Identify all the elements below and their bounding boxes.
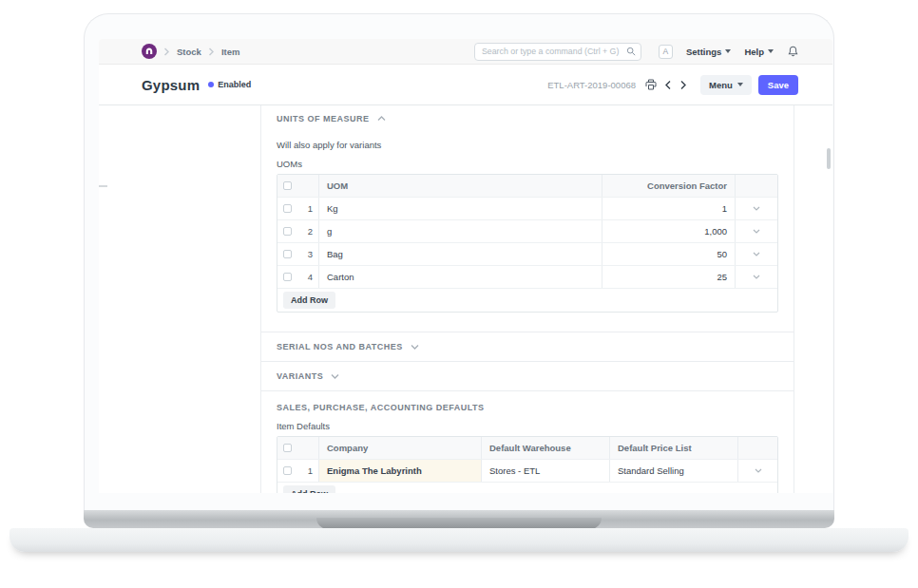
uoms-table-label: UOMs [277, 159, 794, 169]
laptop-base [10, 528, 908, 552]
status-label: Enabled [218, 80, 251, 89]
page-header: Gypsum Enabled ETL-ART-2019-00068 Menu [99, 65, 832, 105]
row-expand-toggle[interactable] [736, 266, 777, 288]
table-row: 3 Bag 50 [277, 243, 777, 266]
print-icon[interactable] [645, 79, 657, 90]
column-header-default-warehouse: Default Warehouse [482, 437, 610, 459]
chevron-down-icon [753, 252, 760, 256]
section-title: SERIAL NOS AND BATCHES [277, 342, 403, 351]
settings-label: Settings [686, 47, 721, 57]
sidebar-item-fragment [99, 185, 107, 187]
form-content: UNITS OF MEASURE Will also apply for var… [99, 105, 832, 493]
laptop-lid: Stock Item A Settings He [84, 13, 834, 510]
uom-grid: UOM Conversion Factor 1 Kg 1 [277, 174, 778, 313]
section-heading-serial-nos[interactable]: SERIAL NOS AND BATCHES [277, 342, 794, 351]
section-heading-variants[interactable]: VARIANTS [277, 371, 794, 381]
default-warehouse-cell[interactable]: Stores - ETL [482, 460, 610, 482]
item-defaults-grid-header: Company Default Warehouse Default Price … [277, 437, 777, 460]
chevron-down-icon [753, 206, 760, 211]
row-index: 3 [308, 249, 313, 259]
chevron-right-icon [208, 47, 215, 56]
row-checkbox[interactable] [283, 250, 292, 258]
row-index: 4 [308, 272, 313, 282]
settings-menu[interactable]: Settings [686, 47, 731, 57]
item-defaults-table-label: Item Defaults [277, 421, 794, 431]
chevron-down-icon [753, 229, 760, 234]
previous-document-icon[interactable] [664, 80, 672, 90]
section-heading-units-of-measure[interactable]: UNITS OF MEASURE [277, 114, 794, 123]
status-badge: Enabled [208, 80, 251, 89]
column-header-company: Company [319, 437, 482, 459]
table-row: 4 Carton 25 [277, 266, 777, 289]
search-icon [626, 47, 636, 58]
section-sales-purchase-accounting-defaults: SALES, PURCHASE, ACCOUNTING DEFAULTS Ite… [261, 391, 794, 493]
uom-cell[interactable]: Bag [319, 243, 602, 265]
avatar[interactable]: A [659, 45, 673, 59]
row-expand-toggle[interactable] [736, 198, 777, 219]
chevron-down-icon [331, 373, 339, 379]
next-document-icon[interactable] [679, 80, 687, 90]
save-button[interactable]: Save [758, 75, 798, 95]
page-title: Gypsum [142, 77, 200, 93]
select-all-checkbox[interactable] [283, 444, 292, 452]
conversion-factor-cell[interactable]: 25 [602, 266, 736, 288]
row-checkbox[interactable] [283, 227, 292, 236]
section-heading-defaults[interactable]: SALES, PURCHASE, ACCOUNTING DEFAULTS [277, 403, 794, 412]
column-header-conversion-factor: Conversion Factor [602, 175, 736, 197]
conversion-factor-cell[interactable]: 50 [602, 243, 736, 265]
notifications-bell-icon[interactable] [788, 46, 798, 57]
breadcrumb-stock[interactable]: Stock [177, 47, 201, 57]
section-title: UNITS OF MEASURE [277, 114, 370, 123]
section-units-of-measure: UNITS OF MEASURE Will also apply for var… [261, 105, 794, 313]
help-menu[interactable]: Help [744, 47, 774, 57]
document-id: ETL-ART-2019-00068 [547, 80, 636, 90]
chevron-down-icon [725, 49, 731, 53]
row-index: 1 [308, 465, 313, 476]
chevron-up-icon [377, 116, 386, 122]
chevron-down-icon [737, 83, 743, 86]
uom-cell[interactable]: Kg [319, 198, 602, 219]
variants-note: Will also apply for variants [277, 140, 794, 150]
menu-label: Menu [709, 80, 733, 90]
scrollbar-thumb[interactable] [827, 148, 831, 169]
table-row: 1 Kg 1 [277, 198, 777, 220]
help-label: Help [744, 47, 764, 57]
menu-button[interactable]: Menu [700, 75, 752, 95]
laptop-mockup: Stock Item A Settings He [0, 0, 918, 588]
breadcrumb-item[interactable]: Item [221, 47, 240, 57]
row-expand-toggle[interactable] [736, 220, 777, 242]
section-title: SALES, PURCHASE, ACCOUNTING DEFAULTS [277, 403, 485, 412]
row-checkbox[interactable] [283, 466, 292, 475]
app-window: Stock Item A Settings He [99, 39, 832, 493]
uom-grid-footer: Add Row [277, 289, 777, 312]
default-price-list-cell[interactable]: Standard Selling [610, 460, 738, 482]
search-input[interactable] [474, 43, 641, 61]
form-body: UNITS OF MEASURE Will also apply for var… [260, 105, 794, 493]
conversion-factor-cell[interactable]: 1 [602, 198, 736, 219]
section-variants: VARIANTS [261, 362, 794, 390]
row-expand-toggle[interactable] [738, 460, 777, 482]
uom-cell[interactable]: g [319, 220, 602, 242]
add-row-button[interactable]: Add Row [283, 485, 335, 493]
row-expand-toggle[interactable] [736, 243, 777, 265]
row-checkbox[interactable] [283, 273, 292, 281]
section-title: VARIANTS [277, 371, 323, 381]
item-defaults-grid-footer: Add Row [277, 483, 777, 493]
section-serial-nos-and-batches: SERIAL NOS AND BATCHES [261, 332, 794, 361]
app-logo-icon[interactable] [142, 44, 157, 59]
item-defaults-grid: Company Default Warehouse Default Price … [277, 436, 778, 493]
row-index: 1 [308, 203, 313, 214]
chevron-right-icon [163, 47, 170, 56]
row-checkbox[interactable] [283, 204, 292, 213]
global-search [474, 43, 641, 61]
column-header-uom: UOM [319, 175, 602, 197]
chevron-down-icon [411, 344, 419, 350]
add-row-button[interactable]: Add Row [283, 292, 335, 309]
chevron-down-icon [753, 275, 760, 279]
column-header-default-price-list: Default Price List [610, 437, 738, 459]
company-cell[interactable]: Enigma The Labyrinth [319, 460, 482, 482]
chevron-down-icon [768, 49, 774, 53]
uom-cell[interactable]: Carton [319, 266, 602, 288]
select-all-checkbox[interactable] [283, 181, 292, 190]
conversion-factor-cell[interactable]: 1,000 [602, 220, 736, 242]
